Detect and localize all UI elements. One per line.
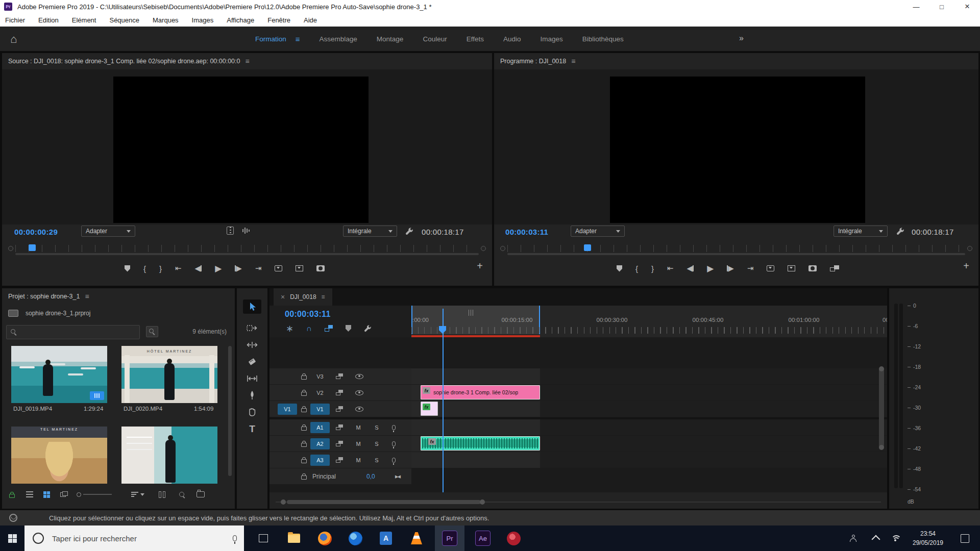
- linked-selection-icon[interactable]: [325, 325, 333, 332]
- ripple-edit-tool[interactable]: [243, 338, 261, 352]
- keyframe-toggle-icon[interactable]: ▸◂: [395, 472, 400, 480]
- minimize-button[interactable]: —: [903, 0, 929, 13]
- hand-tool[interactable]: [243, 405, 261, 419]
- menu-edition[interactable]: Edition: [38, 16, 59, 24]
- play-button-icon[interactable]: ▶: [707, 263, 714, 274]
- after-effects-taskbar-button[interactable]: Ae: [471, 525, 495, 551]
- home-icon[interactable]: ⌂: [10, 33, 17, 46]
- mute-button[interactable]: M: [354, 441, 362, 447]
- premiere-pro-taskbar-button[interactable]: Pr: [435, 525, 464, 551]
- workspace-tab-bibliotheques[interactable]: Bibliothèques: [582, 35, 624, 43]
- workspace-tab-formation[interactable]: Formation: [255, 35, 286, 43]
- lock-icon[interactable]: [301, 443, 307, 447]
- clip-name[interactable]: DJI_0020.MP4: [124, 406, 162, 412]
- program-settings-wrench-icon[interactable]: [896, 227, 904, 235]
- panel-menu-icon[interactable]: ≡: [85, 292, 89, 300]
- export-frame-icon[interactable]: [808, 265, 817, 271]
- insert-icon[interactable]: [275, 265, 282, 271]
- work-area-grip[interactable]: [469, 310, 474, 316]
- track-a3-content[interactable]: [411, 452, 887, 468]
- timeline-vertical-scrollbar[interactable]: [879, 367, 884, 449]
- program-fit-dropdown[interactable]: Adapter: [571, 226, 625, 237]
- zoom-slider-knob[interactable]: [77, 492, 81, 497]
- master-volume-value[interactable]: 0,0: [366, 473, 375, 480]
- scrollbar-left-cap[interactable]: [500, 246, 505, 251]
- add-marker-icon[interactable]: [346, 325, 351, 332]
- track-visibility-icon[interactable]: [355, 407, 363, 412]
- mute-button[interactable]: M: [354, 424, 362, 431]
- track-select-forward-tool[interactable]: [243, 321, 261, 335]
- voiceover-mic-icon[interactable]: [392, 425, 396, 430]
- scrollbar-left-cap[interactable]: [8, 246, 13, 251]
- goto-out-icon[interactable]: ⇥: [747, 264, 754, 273]
- track-a1-button[interactable]: A1: [310, 422, 330, 433]
- new-bin-icon[interactable]: [197, 491, 205, 497]
- source-fit-dropdown[interactable]: Adapter: [81, 226, 135, 237]
- step-forward-icon[interactable]: ▶: [235, 264, 242, 273]
- automate-to-sequence-icon[interactable]: [159, 491, 166, 498]
- export-frame-icon[interactable]: [316, 265, 325, 271]
- mark-out-icon[interactable]: }: [651, 264, 654, 273]
- menu-fenetre[interactable]: Fenêtre: [267, 16, 290, 24]
- red-app-button[interactable]: [501, 525, 526, 551]
- file-explorer-button[interactable]: [282, 525, 306, 551]
- overwrite-icon[interactable]: [296, 265, 303, 271]
- maximize-button[interactable]: □: [929, 0, 954, 13]
- task-view-button[interactable]: [251, 525, 276, 551]
- sync-lock-icon[interactable]: [336, 457, 343, 463]
- track-v1-button[interactable]: V1: [310, 404, 330, 415]
- program-timecode[interactable]: 00:00:03:11: [505, 228, 548, 236]
- blue-app-button[interactable]: [343, 525, 368, 551]
- comparison-view-icon[interactable]: [830, 265, 839, 271]
- track-v3-content[interactable]: [411, 368, 887, 384]
- close-button[interactable]: ×: [954, 0, 980, 13]
- clip-thumbnail[interactable]: [121, 427, 217, 484]
- bin-up-icon[interactable]: [8, 310, 18, 317]
- tray-clock[interactable]: 23:54 29/05/2019: [908, 525, 948, 551]
- sync-lock-icon[interactable]: [336, 424, 343, 430]
- source-zoom-bar[interactable]: [15, 253, 479, 255]
- clip-nested-comp[interactable]: fx sophie drone-3 1 Comp. liée 02/sop: [421, 385, 540, 399]
- mark-in-icon[interactable]: {: [635, 264, 638, 273]
- snap-toggle-icon[interactable]: ∩: [306, 324, 312, 333]
- source-patch-v1[interactable]: V1: [278, 404, 297, 415]
- sync-lock-icon[interactable]: [336, 390, 343, 395]
- menu-images[interactable]: Images: [192, 16, 214, 24]
- timeline-ruler[interactable]: :00:00 00:00:15:00 00:00:30:00 00:00:45:…: [411, 306, 887, 337]
- solo-button[interactable]: S: [373, 441, 381, 447]
- project-writable-icon[interactable]: [9, 494, 15, 498]
- sort-icon[interactable]: [131, 492, 138, 497]
- zoom-slider-track[interactable]: [83, 494, 112, 495]
- action-center-button[interactable]: [952, 525, 977, 551]
- source-time-ruler[interactable]: [15, 245, 479, 252]
- button-editor-plus-icon[interactable]: +: [477, 260, 483, 272]
- lift-icon[interactable]: [767, 265, 774, 271]
- track-v2-content[interactable]: fx sophie drone-3 1 Comp. liée 02/sop: [411, 385, 887, 400]
- menu-sequence[interactable]: Séquence: [109, 16, 139, 24]
- lock-icon[interactable]: [301, 427, 307, 431]
- program-zoom-bar[interactable]: [507, 253, 965, 255]
- nest-toggle-icon[interactable]: ∗: [286, 326, 293, 331]
- sync-lock-icon[interactable]: [336, 373, 343, 379]
- list-view-icon[interactable]: [26, 491, 33, 497]
- tray-network-button[interactable]: [886, 525, 904, 551]
- clip-thumbnail[interactable]: TEL MARTINEZ: [11, 427, 107, 484]
- sync-lock-icon[interactable]: [336, 406, 343, 412]
- track-visibility-icon[interactable]: [355, 374, 363, 379]
- track-visibility-icon[interactable]: [355, 390, 363, 395]
- track-a2-button[interactable]: A2: [310, 438, 330, 449]
- play-button-icon[interactable]: ▶: [215, 263, 222, 274]
- add-marker-icon[interactable]: [125, 265, 130, 272]
- search-in-bin-icon[interactable]: [146, 326, 158, 337]
- workspace-menu-icon[interactable]: ≡: [296, 35, 300, 43]
- add-marker-icon[interactable]: [617, 265, 622, 272]
- workspace-tab-audio[interactable]: Audio: [503, 35, 521, 43]
- sync-lock-icon[interactable]: [336, 441, 343, 446]
- goto-in-icon[interactable]: ⇤: [667, 264, 674, 273]
- clip-graphic[interactable]: fx: [421, 402, 438, 416]
- solo-button[interactable]: S: [373, 424, 381, 431]
- workspace-tab-images[interactable]: Images: [540, 35, 562, 43]
- menu-aide[interactable]: Aide: [304, 16, 317, 24]
- track-a1-content[interactable]: [411, 419, 887, 435]
- mark-in-icon[interactable]: {: [143, 264, 146, 273]
